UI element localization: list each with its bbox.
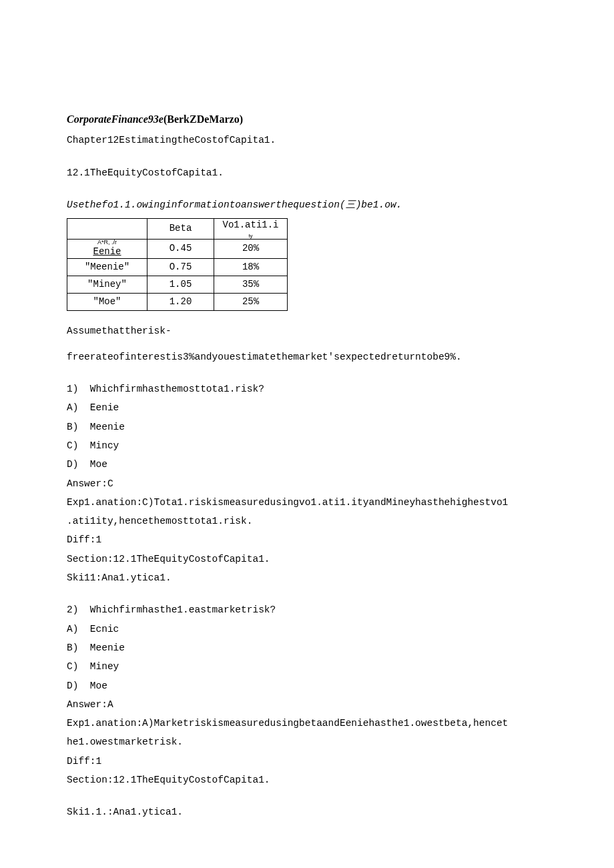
section-line: 12.1TheEquityCostofCapita1. — [67, 166, 547, 179]
table-header-row: Beta Vo1.ati1.i ty — [67, 219, 288, 240]
cell-top-text: A*R, ./r — [67, 240, 147, 246]
q2-option-a: A) Ecnic — [67, 622, 547, 636]
q2-option-c: C) Miney — [67, 660, 547, 673]
cell-firm-eenie: A*R, ./r Eenie — [67, 239, 147, 259]
header-volatility: Vo1.ati1.i ty — [214, 219, 288, 240]
instruction-line: Usethefo1.1.owinginformationtoanswertheq… — [67, 198, 547, 211]
cell-bottom-text: Eenie — [93, 246, 121, 257]
chapter-line: Chapter12EstimatingtheCostofCapita1. — [67, 133, 547, 147]
q1-question: 1) Whichfirmhasthemosttota1.risk? — [67, 382, 547, 396]
header-vol-sub: ty — [214, 234, 287, 239]
q2-skill: Ski1.1.:Ana1.ytica1. — [67, 805, 547, 819]
q1-diff: Diff:1 — [67, 533, 547, 546]
q1-section: Section:12.1TheEquityCostofCapita1. — [67, 552, 547, 566]
title-italic-part: CorporateFinance93e — [67, 113, 164, 125]
header-beta: Beta — [147, 219, 214, 240]
q2-explanation-1: Exp1.anation:A)Marketriskismeasuredusing… — [67, 717, 547, 730]
q2-diff: Diff:1 — [67, 755, 547, 768]
cell-firm-meenie: "Meenie" — [67, 259, 147, 276]
q1-explanation-1: Exp1.anation:C)Tota1.riskismeasuredusing… — [67, 496, 547, 509]
cell-beta: 1.05 — [147, 276, 214, 294]
cell-vol: 20% — [214, 239, 288, 259]
q1-answer: Answer:C — [67, 477, 547, 490]
table-row: "Meenie" O.75 18% — [67, 259, 288, 276]
q2-question: 2) Whichfirmhasthe1.eastmarketrisk? — [67, 603, 547, 616]
q2-explanation-2: he1.owestmarketrisk. — [67, 735, 547, 749]
q2-option-d: D) Moe — [67, 679, 547, 693]
q1-option-c: C) Mincy — [67, 439, 547, 452]
cell-beta: O.75 — [147, 259, 214, 276]
q2-option-b: B) Meenie — [67, 641, 547, 655]
cell-vol: 35% — [214, 276, 288, 294]
table-row: A*R, ./r Eenie O.45 20% — [67, 239, 288, 259]
title-regular-part: (BerkZDeMarzo) — [164, 113, 243, 125]
cell-firm-moe: "Moe" — [67, 294, 147, 311]
assume-line-2: freerateofinterestis3%andyouestimatethem… — [67, 350, 547, 364]
cell-firm-miney: "Miney" — [67, 276, 147, 294]
header-vol-top: Vo1.ati1.i — [222, 220, 278, 230]
q2-section: Section:12.1TheEquityCostofCapita1. — [67, 773, 547, 787]
cell-beta: O.45 — [147, 239, 214, 259]
q1-explanation-2: .ati1ity,hencethemosttota1.risk. — [67, 514, 547, 528]
table-row: "Miney" 1.05 35% — [67, 276, 288, 294]
q1-option-a: A) Eenie — [67, 401, 547, 414]
header-empty — [67, 219, 147, 240]
cell-beta: 1.20 — [147, 294, 214, 311]
q1-option-b: B) Meenie — [67, 420, 547, 434]
q1-skill: Ski11:Ana1.ytica1. — [67, 571, 547, 584]
q1-option-d: D) Moe — [67, 458, 547, 471]
assume-line-1: Assumethattherisk- — [67, 324, 547, 338]
cell-vol: 18% — [214, 259, 288, 276]
data-table: Beta Vo1.ati1.i ty A*R, ./r Eenie O.45 2… — [67, 218, 288, 311]
document-title: CorporateFinance93e(BerkZDeMarzo) — [67, 112, 547, 127]
q2-answer: Answer:A — [67, 698, 547, 711]
table-row: "Moe" 1.20 25% — [67, 294, 288, 311]
cell-vol: 25% — [214, 294, 288, 311]
